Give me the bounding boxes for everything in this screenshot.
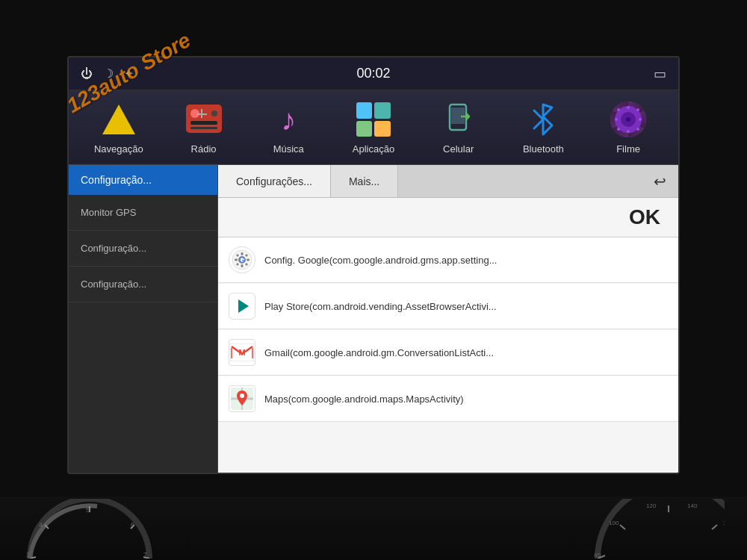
- svg-rect-23: [241, 264, 244, 267]
- sidebar-item-configuracoes-active[interactable]: Configuração...: [69, 165, 217, 195]
- bluetooth-label: Bluetooth: [523, 143, 564, 155]
- svg-text:M: M: [238, 348, 245, 357]
- bluetooth-icon: [524, 100, 562, 139]
- svg-line-56: [712, 525, 717, 529]
- sidebar-item-monitor-gps[interactable]: Monitor GPS: [69, 195, 217, 231]
- app-play-store-text: Play Store(com.android.vending.AssetBrow…: [264, 301, 668, 312]
- nav-item-celular[interactable]: Celular: [425, 100, 492, 155]
- sidebar: Configuração... Monitor GPS Configuração…: [69, 165, 218, 474]
- app-item-config-google[interactable]: G Config. Google(com.google.android.gms.…: [218, 237, 678, 283]
- sidebar-item-configuracoes-3[interactable]: Configuração...: [69, 267, 217, 302]
- outer-frame: 123auto Store ⏻ ☽ ✦ 00:02 ▭ Navegação: [0, 0, 747, 560]
- aplicacao-label: Aplicação: [353, 143, 394, 155]
- moon-icon[interactable]: ☽: [103, 66, 114, 81]
- main-screen: ⏻ ☽ ✦ 00:02 ▭ Navegação: [67, 56, 680, 474]
- svg-point-13: [627, 130, 630, 133]
- left-gauge: 3 4 5 6 7: [22, 499, 157, 559]
- app-list: G Config. Google(com.google.android.gms.…: [218, 237, 678, 474]
- svg-point-19: [617, 128, 620, 131]
- celular-label: Celular: [443, 143, 474, 155]
- svg-point-12: [627, 106, 630, 109]
- dashboard-strip: 3 4 5 6 7 80 100 120 140 160 180: [0, 497, 747, 560]
- svg-rect-3: [190, 127, 217, 129]
- radio-label: Rádio: [191, 143, 217, 155]
- svg-point-17: [636, 128, 639, 131]
- clock-display: 00:02: [356, 66, 390, 81]
- nav-item-aplicacao[interactable]: Aplicação: [340, 100, 407, 155]
- brightness-icon[interactable]: ✦: [124, 66, 134, 81]
- nav-item-navegacao[interactable]: Navegação: [85, 100, 152, 155]
- app-item-maps[interactable]: Maps(com.google.android.maps.MapsActivit…: [218, 376, 678, 422]
- celular-icon: [439, 100, 478, 139]
- svg-point-18: [636, 108, 639, 111]
- tab-configuracoes[interactable]: Configurações...: [218, 165, 331, 197]
- svg-point-11: [626, 117, 630, 122]
- aplicacao-icon: [354, 100, 393, 139]
- svg-rect-22: [241, 252, 244, 255]
- svg-text:4: 4: [39, 521, 43, 529]
- svg-text:7: 7: [143, 551, 147, 559]
- app-gmail-text: Gmail(com.google.android.gm.Conversation…: [264, 347, 668, 358]
- filme-icon: [609, 100, 648, 139]
- ok-area: OK: [218, 198, 678, 237]
- nav-item-radio[interactable]: Rádio: [170, 100, 238, 155]
- svg-text:6: 6: [131, 521, 134, 529]
- svg-text:G: G: [239, 256, 245, 264]
- tab-mais[interactable]: Mais...: [331, 165, 398, 197]
- app-item-play-store[interactable]: Play Store(com.android.vending.AssetBrow…: [218, 284, 678, 329]
- svg-rect-2: [190, 121, 217, 125]
- svg-text:5: 5: [86, 506, 90, 514]
- right-gauge: 80 100 120 140 160 180: [590, 499, 725, 559]
- radio-icon: [185, 100, 223, 139]
- svg-line-54: [620, 525, 625, 529]
- nav-item-musica[interactable]: ♪ Música: [255, 100, 322, 155]
- svg-point-36: [240, 393, 244, 398]
- svg-point-14: [615, 118, 618, 121]
- app-config-google-text: Config. Google(com.google.android.gms.ap…: [264, 255, 668, 266]
- svg-text:160: 160: [723, 520, 725, 526]
- musica-icon: ♪: [269, 100, 308, 139]
- back-button[interactable]: ↩: [642, 167, 678, 196]
- ok-button[interactable]: OK: [620, 204, 669, 231]
- gmail-icon: M: [229, 339, 255, 366]
- navegacao-label: Navegação: [94, 143, 143, 155]
- maps-icon: [229, 385, 255, 412]
- svg-text:3: 3: [26, 551, 30, 559]
- sidebar-item-configuracoes-2[interactable]: Configuração...: [69, 231, 217, 267]
- status-bar-right: ▭: [654, 66, 666, 82]
- filme-label: Filme: [616, 143, 640, 155]
- svg-rect-6: [196, 113, 207, 115]
- svg-text:120: 120: [646, 503, 657, 509]
- power-icon[interactable]: ⏻: [81, 67, 93, 81]
- nav-item-bluetooth[interactable]: Bluetooth: [509, 100, 577, 155]
- svg-rect-25: [247, 259, 249, 261]
- svg-point-16: [617, 108, 620, 111]
- status-bar-left: ⏻ ☽ ✦: [81, 66, 134, 81]
- app-maps-text: Maps(com.google.android.maps.MapsActivit…: [264, 393, 668, 405]
- status-bar: ⏻ ☽ ✦ 00:02 ▭: [69, 57, 678, 90]
- right-panel: Configurações... Mais... ↩ OK: [218, 165, 678, 474]
- navegacao-icon: [99, 100, 138, 139]
- svg-rect-24: [235, 259, 238, 261]
- musica-label: Música: [273, 143, 304, 155]
- tab-bar: Configurações... Mais... ↩: [218, 165, 678, 198]
- play-store-icon: [229, 293, 255, 320]
- nav-item-filme[interactable]: Filme: [595, 100, 662, 155]
- svg-point-4: [211, 111, 217, 116]
- content-area: Configuração... Monitor GPS Configuração…: [69, 165, 678, 474]
- svg-point-15: [639, 118, 642, 121]
- app-item-gmail[interactable]: M Gmail(com.google.android.gm.Conversati…: [218, 330, 678, 376]
- svg-text:100: 100: [609, 520, 619, 526]
- battery-icon: ▭: [654, 66, 666, 81]
- google-settings-icon: G: [229, 246, 255, 273]
- svg-text:140: 140: [687, 503, 698, 509]
- nav-row: Navegação Rádio: [69, 90, 678, 165]
